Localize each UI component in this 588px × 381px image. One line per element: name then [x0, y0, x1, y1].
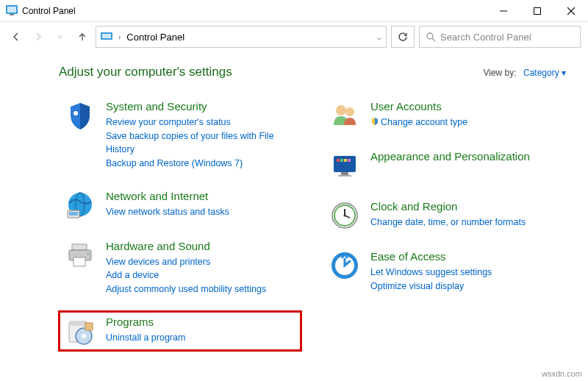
- appearance-icon: [329, 150, 360, 181]
- window-title: Control Panel: [22, 6, 76, 16]
- svg-rect-28: [337, 159, 340, 162]
- users-icon: [329, 100, 360, 131]
- svg-rect-29: [340, 159, 343, 162]
- category-text: Appearance and Personalization: [370, 150, 530, 181]
- category-link[interactable]: Change date, time, or number formats: [370, 216, 526, 229]
- category-item: Hardware and SoundView devices and print…: [59, 235, 301, 301]
- category-link[interactable]: View network status and tasks: [106, 205, 229, 219]
- svg-rect-18: [74, 257, 85, 266]
- category-text: ProgramsUninstall a program: [106, 316, 185, 346]
- close-button[interactable]: [554, 0, 588, 22]
- category-item: Clock and RegionChange date, time, or nu…: [323, 196, 566, 235]
- left-column: System and SecurityReview your computer'…: [59, 96, 301, 361]
- view-by-control[interactable]: View by: Category ▾: [483, 68, 566, 78]
- svg-point-11: [74, 111, 78, 115]
- svg-rect-30: [344, 159, 347, 162]
- category-link[interactable]: Let Windows suggest settings: [370, 266, 492, 279]
- control-panel-small-icon: [101, 31, 112, 43]
- category-columns: System and SecurityReview your computer'…: [59, 96, 566, 361]
- category-item: System and SecurityReview your computer'…: [59, 96, 301, 175]
- category-link[interactable]: Add a device: [106, 268, 266, 282]
- watermark: wsxdn.com: [542, 369, 582, 378]
- page-title: Adjust your computer's settings: [59, 65, 232, 79]
- recent-dropdown[interactable]: [51, 28, 69, 46]
- category-item: Ease of AccessLet Windows suggest settin…: [323, 246, 566, 297]
- svg-rect-2: [10, 14, 14, 15]
- svg-point-38: [344, 215, 346, 217]
- forward-button[interactable]: [29, 28, 47, 46]
- chevron-right-icon[interactable]: ›: [117, 33, 122, 41]
- category-title[interactable]: Clock and Region: [370, 200, 526, 214]
- content-area: Adjust your computer's settings View by:…: [0, 51, 588, 376]
- category-text: User AccountsChange account type: [370, 100, 467, 131]
- control-panel-icon: [6, 5, 18, 17]
- titlebar: Control Panel: [0, 0, 588, 22]
- shield-icon: [65, 100, 96, 131]
- category-title[interactable]: System and Security: [106, 100, 295, 114]
- category-link[interactable]: Optimize visual display: [370, 279, 492, 293]
- category-title[interactable]: Network and Internet: [106, 190, 229, 204]
- window-controls: [487, 0, 588, 22]
- svg-rect-32: [341, 172, 348, 175]
- back-button[interactable]: [7, 28, 25, 46]
- svg-rect-33: [338, 175, 351, 177]
- category-text: System and SecurityReview your computer'…: [106, 100, 295, 171]
- page-header: Adjust your computer's settings View by:…: [59, 65, 566, 79]
- up-button[interactable]: [74, 28, 91, 46]
- search-placeholder: Search Control Panel: [440, 32, 531, 43]
- category-item: Appearance and Personalization: [323, 146, 566, 185]
- svg-rect-4: [534, 7, 541, 14]
- breadcrumb[interactable]: Control Panel: [126, 32, 184, 43]
- category-link[interactable]: Uninstall a program: [106, 331, 185, 345]
- category-link[interactable]: Review your computer's status: [106, 115, 295, 129]
- viewby-label: View by:: [483, 68, 516, 78]
- category-link[interactable]: View devices and printers: [106, 255, 266, 269]
- svg-rect-27: [334, 156, 356, 172]
- category-title[interactable]: Hardware and Sound: [106, 240, 266, 254]
- category-item: User AccountsChange account type: [323, 96, 566, 135]
- printer-icon: [65, 240, 96, 271]
- search-icon: [426, 32, 436, 42]
- toolbar: › Control Panel ⌵ Search Control Panel: [0, 22, 588, 51]
- category-title[interactable]: User Accounts: [370, 100, 467, 114]
- address-bar[interactable]: › Control Panel ⌵: [96, 26, 387, 48]
- category-title[interactable]: Appearance and Personalization: [370, 150, 530, 164]
- svg-point-26: [345, 107, 354, 116]
- chevron-down-icon[interactable]: ⌵: [377, 33, 381, 41]
- programs-icon: [65, 316, 96, 346]
- category-link[interactable]: Backup and Restore (Windows 7): [106, 157, 295, 171]
- svg-rect-15: [69, 212, 78, 216]
- viewby-value[interactable]: Category ▾: [523, 68, 566, 78]
- category-item: ProgramsUninstall a program: [59, 311, 301, 351]
- category-text: Network and InternetView network status …: [106, 190, 229, 221]
- svg-point-23: [82, 334, 86, 338]
- category-item: Network and InternetView network status …: [59, 185, 301, 225]
- svg-rect-1: [7, 7, 16, 13]
- svg-rect-21: [69, 321, 87, 326]
- clock-icon: [329, 200, 360, 231]
- right-column: User AccountsChange account typeAppearan…: [323, 96, 566, 361]
- svg-point-19: [87, 252, 90, 254]
- globe-icon: [65, 190, 96, 221]
- svg-point-25: [336, 105, 346, 115]
- refresh-button[interactable]: [391, 26, 415, 48]
- category-title[interactable]: Ease of Access: [370, 250, 492, 264]
- category-link[interactable]: Adjust commonly used mobility settings: [106, 282, 266, 296]
- svg-rect-16: [72, 244, 87, 250]
- category-text: Hardware and SoundView devices and print…: [106, 240, 266, 296]
- category-link[interactable]: Save backup copies of your files with Fi…: [106, 129, 295, 157]
- ease-icon: [329, 250, 360, 281]
- svg-point-9: [427, 33, 433, 39]
- svg-rect-31: [348, 159, 351, 162]
- svg-rect-8: [102, 34, 111, 38]
- category-text: Clock and RegionChange date, time, or nu…: [370, 200, 526, 231]
- svg-rect-24: [85, 323, 93, 330]
- category-text: Ease of AccessLet Windows suggest settin…: [370, 250, 492, 293]
- svg-line-10: [432, 38, 435, 41]
- category-title[interactable]: Programs: [106, 316, 185, 330]
- minimize-button[interactable]: [487, 0, 520, 22]
- category-link[interactable]: Change account type: [370, 115, 467, 129]
- search-input[interactable]: Search Control Panel: [419, 26, 581, 48]
- maximize-button[interactable]: [520, 0, 554, 22]
